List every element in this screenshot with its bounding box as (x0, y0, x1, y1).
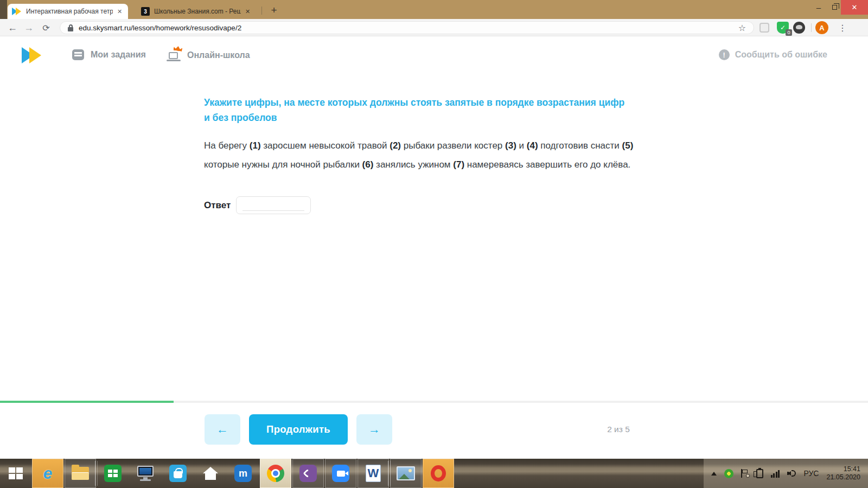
tray-date: 21.05.2020 (826, 473, 860, 481)
new-tab-button[interactable]: + (267, 3, 281, 17)
reload-button[interactable]: ⟳ (38, 19, 54, 36)
back-button[interactable]: ← (4, 19, 21, 36)
answer-row: Ответ (204, 196, 311, 214)
window-close-button[interactable]: ✕ (841, 0, 868, 15)
task-sentence: На берегу (1) заросшем невысокой травой … (204, 136, 638, 174)
laptop-crown-icon (167, 49, 181, 61)
taskbar-internet-explorer-icon[interactable]: e (32, 459, 63, 488)
network-signal-icon[interactable] (771, 470, 780, 478)
lock-icon (68, 24, 73, 31)
clock[interactable]: 15:41 21.05.2020 (826, 465, 860, 481)
hidden-icons-chevron-icon[interactable] (711, 472, 717, 476)
site-header: Мои задания Онлайн-школа ! Сообщить об о… (0, 36, 868, 73)
action-center-flag-icon[interactable] (741, 469, 749, 478)
tab-title: Интерактивная рабочая тетрад (26, 8, 113, 15)
tab-close-icon[interactable]: ✕ (245, 8, 250, 15)
profile-avatar[interactable]: A (815, 21, 828, 34)
taskbar-zoom-icon[interactable] (325, 459, 356, 488)
taskbar-file-explorer-icon[interactable] (65, 459, 96, 488)
browser-tabstrip: Интерактивная рабочая тетрад ✕ 3 Школьны… (0, 0, 868, 19)
continue-button[interactable]: Продолжить (249, 414, 348, 445)
toolbar-divider (811, 23, 812, 32)
menu-online-school[interactable]: Онлайн-школа (167, 49, 250, 61)
url-text[interactable]: edu.skysmart.ru/lesson/homework/resusodi… (79, 24, 738, 32)
restore-icon (832, 5, 837, 10)
tab-znania[interactable]: 3 Школьные Знания.com - Решае ✕ (137, 4, 256, 19)
taskbar-maxthon-icon[interactable]: m (227, 459, 259, 488)
shield-check: ✓ (780, 24, 786, 31)
menu-label: Онлайн-школа (187, 50, 250, 60)
page-counter: 2 из 5 (594, 425, 643, 434)
window-edge (0, 0, 7, 19)
taskbar-apps: emW (31, 459, 455, 488)
antivirus-icon[interactable] (724, 469, 733, 478)
tab-title: Школьные Знания.com - Решае (154, 8, 241, 15)
taskbar-store-icon[interactable] (97, 459, 129, 488)
progress-fill (0, 401, 174, 403)
taskbar-chrome-icon[interactable] (260, 459, 291, 488)
taskbar-viber-icon[interactable] (292, 459, 324, 488)
menu-label: Мои задания (91, 50, 146, 60)
skysmart-favicon-icon (12, 8, 22, 15)
taskbar-home-icon[interactable] (195, 459, 226, 488)
window-restore-button[interactable] (827, 0, 842, 15)
extension-circle-icon[interactable] (793, 22, 805, 34)
tab-divider (261, 7, 262, 15)
tab-close-icon[interactable]: ✕ (117, 8, 122, 15)
browser-menu-button[interactable]: ⋮ (834, 19, 851, 36)
tasks-icon (72, 49, 84, 60)
adguard-shield-icon[interactable]: ✓ 0 (777, 22, 789, 34)
bookmark-star-icon[interactable]: ☆ (738, 23, 746, 33)
taskbar-photos-icon[interactable] (390, 459, 422, 488)
windows-logo-icon (9, 467, 23, 479)
battery-icon[interactable] (756, 469, 763, 478)
error-icon: ! (719, 49, 730, 60)
answer-input[interactable] (236, 196, 311, 214)
window-minimize-button[interactable]: – (810, 0, 827, 15)
tab-skysmart[interactable]: Интерактивная рабочая тетрад ✕ (8, 4, 128, 19)
prev-question-button[interactable]: ← (205, 414, 240, 445)
report-error-label: Сообщить об ошибке (735, 50, 827, 60)
next-question-button[interactable]: → (356, 414, 392, 445)
report-error-link[interactable]: ! Сообщить об ошибке (719, 49, 827, 60)
forward-button[interactable]: → (21, 19, 37, 36)
taskbar-app-bag-icon[interactable] (162, 459, 194, 488)
progress-bar (0, 401, 868, 403)
extension-icon[interactable] (760, 23, 769, 33)
menu-my-tasks[interactable]: Мои задания (72, 49, 146, 60)
language-indicator[interactable]: РУС (803, 469, 819, 478)
start-button[interactable] (0, 459, 31, 488)
skysmart-logo-icon[interactable] (22, 47, 43, 63)
taskbar-opera-icon[interactable] (423, 459, 454, 488)
tray-time: 15:41 (844, 465, 860, 473)
znania-favicon-icon: 3 (141, 7, 150, 16)
address-bar[interactable]: edu.skysmart.ru/lesson/homework/resusodi… (60, 21, 754, 34)
shield-badge: 0 (786, 29, 792, 36)
taskbar-lenovo-icon[interactable] (130, 459, 161, 488)
browser-toolbar: ← → ⟳ edu.skysmart.ru/lesson/homework/re… (0, 19, 868, 36)
windows-taskbar: emW РУС 15:41 21.05.2020 (0, 459, 868, 488)
volume-icon[interactable] (787, 469, 796, 478)
taskbar-word-icon[interactable]: W (358, 459, 389, 488)
task-title: Укажите цифры, на месте которых должны с… (204, 95, 633, 125)
answer-label: Ответ (204, 200, 231, 211)
answer-box (236, 196, 311, 214)
system-tray: РУС 15:41 21.05.2020 (704, 459, 868, 488)
